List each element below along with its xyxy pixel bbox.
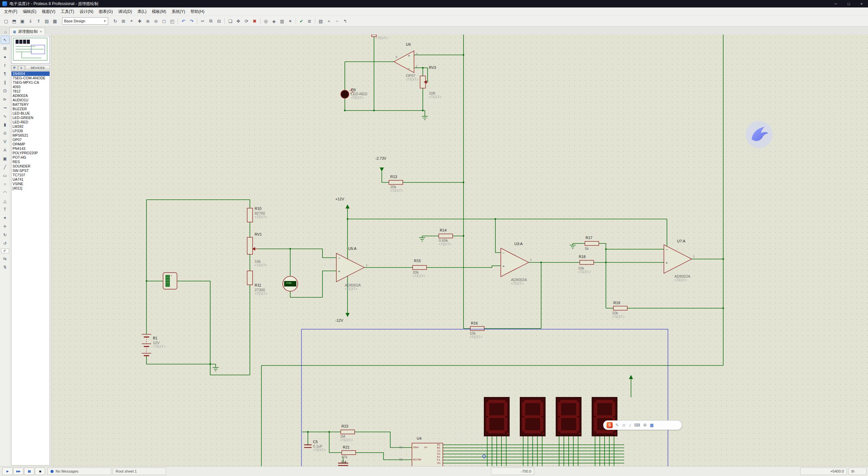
new-design-icon[interactable]: ▢ xyxy=(2,17,10,25)
virtual-instrument-mode-icon[interactable]: ▣ xyxy=(1,154,9,163)
device-item[interactable]: LED-GREEN xyxy=(12,116,50,120)
menu-item[interactable]: 库(L) xyxy=(135,8,149,16)
circle-2d-icon[interactable]: ○ xyxy=(1,180,9,188)
toolbar-separator[interactable] xyxy=(260,18,260,24)
menu-item[interactable]: 调试(D) xyxy=(116,8,135,16)
undo-icon[interactable]: ↶ xyxy=(179,17,188,25)
maximize-button[interactable]: □ xyxy=(842,0,855,7)
zoom-all-icon[interactable]: ◻ xyxy=(160,17,168,25)
close-button[interactable]: × xyxy=(855,0,868,7)
device-item[interactable]: AUDIO1U xyxy=(12,98,50,102)
device-item[interactable]: 7SEG-MPX1-CA xyxy=(12,80,50,85)
voltmeter[interactable] xyxy=(283,276,298,291)
grid-toggle-icon[interactable]: ⊞ xyxy=(119,17,127,25)
home-tab-icon[interactable]: ⌂ xyxy=(1,28,9,35)
sogou-logo-icon[interactable]: S xyxy=(607,422,613,428)
tape-recorder-mode-icon[interactable]: ▮ xyxy=(1,120,9,129)
message-area[interactable]: No Messages xyxy=(47,468,111,475)
device-item[interactable]: LED-RED xyxy=(12,120,50,124)
device-item[interactable]: SOUNDER xyxy=(12,164,50,168)
ground-symbol[interactable] xyxy=(419,236,425,241)
junction-dot-mode-icon[interactable]: ● xyxy=(1,53,9,61)
device-item[interactable]: AD8002A xyxy=(12,94,50,98)
paste-icon[interactable]: ⊟ xyxy=(215,17,223,25)
device-item[interactable]: 7SEG-COM-ANODE xyxy=(12,76,50,80)
tab-close-icon[interactable]: × xyxy=(40,29,42,34)
style-combo[interactable]: Base Design ▼ xyxy=(62,17,108,25)
seven-seg-display-1[interactable] xyxy=(484,397,509,436)
save-design-icon[interactable]: ▣ xyxy=(18,17,26,25)
text-script-mode-icon[interactable]: ¶ xyxy=(1,70,9,78)
tab-schematic-capture[interactable]: ▦ 原理图绘制 × xyxy=(9,27,45,35)
terminal-mode-icon[interactable]: ⊳ xyxy=(1,95,9,103)
ime-skin-icon[interactable]: ▦ xyxy=(650,423,653,428)
mark-output-area-icon[interactable]: ▦ xyxy=(51,17,59,25)
toolbar-separator[interactable] xyxy=(197,18,197,24)
menu-item[interactable]: 帮助(H) xyxy=(188,8,207,16)
capacitors[interactable] xyxy=(304,445,348,465)
block-move-icon[interactable]: ✥ xyxy=(234,17,242,25)
toolbar-separator[interactable] xyxy=(296,18,296,24)
selection-mode-icon[interactable]: ↖ xyxy=(1,36,9,44)
step-button[interactable]: ▶▶ xyxy=(13,468,23,475)
copy-icon[interactable]: ⧉ xyxy=(207,17,215,25)
device-item[interactable]: 7812 xyxy=(12,89,50,94)
marker-2d-icon[interactable]: ✛ xyxy=(1,222,9,231)
device-item[interactable]: POLYPRO220P xyxy=(12,151,50,155)
menu-item[interactable]: 模板(M) xyxy=(149,8,169,16)
wire-label-mode-icon[interactable]: ℓ xyxy=(1,61,9,70)
import-section-icon[interactable]: ⇓ xyxy=(26,17,35,25)
block-delete-icon[interactable]: ✖ xyxy=(251,17,259,25)
open-design-icon[interactable]: ⬒ xyxy=(10,17,18,25)
device-item[interactable]: LM392 xyxy=(12,124,50,129)
schematic-canvas[interactable]: −+ −+ −+ +− <TEXT>U9326OP07<TEXT>RV310K<… xyxy=(51,35,868,467)
device-item[interactable]: POT-HG xyxy=(12,155,50,160)
device-pin-mode-icon[interactable]: ⊸ xyxy=(1,103,9,112)
device-item[interactable]: OP07 xyxy=(12,138,50,142)
design-explorer-icon[interactable]: ▧ xyxy=(317,17,325,25)
zoom-out-icon[interactable]: ⊖ xyxy=(152,17,160,25)
bus-mode-icon[interactable]: ∥ xyxy=(1,78,9,86)
battery-b1[interactable] xyxy=(142,334,151,356)
line-2d-icon[interactable]: ╱ xyxy=(1,163,9,171)
device-item[interactable]: LED-BLUE xyxy=(12,111,50,116)
zoom-in-icon[interactable]: ⊕ xyxy=(144,17,152,25)
play-button[interactable]: ▶ xyxy=(2,468,13,475)
device-item[interactable]: RES xyxy=(12,160,50,164)
device-item[interactable]: 1N4004 xyxy=(12,72,50,76)
ime-keyboard-icon[interactable]: ⌨ xyxy=(634,423,640,428)
menu-item[interactable]: 系统(Y) xyxy=(169,8,188,16)
text-2d-icon[interactable]: T xyxy=(1,205,9,214)
device-item[interactable]: [4011] xyxy=(12,186,50,191)
device-item[interactable]: 4093 xyxy=(12,85,50,89)
generator-mode-icon[interactable]: ⊙ xyxy=(1,129,9,137)
ground-symbol[interactable] xyxy=(422,115,428,120)
make-device-icon[interactable]: ◈ xyxy=(270,17,278,25)
subcircuit-mode-icon[interactable]: ⊡ xyxy=(1,86,9,95)
remove-sheet-icon[interactable]: − xyxy=(333,17,341,25)
power-terminals[interactable] xyxy=(346,167,633,379)
box-2d-icon[interactable]: ▭ xyxy=(1,171,9,180)
arc-2d-icon[interactable]: ◠ xyxy=(1,188,9,197)
symbol-2d-icon[interactable]: ✦ xyxy=(1,214,9,222)
graph-mode-icon[interactable]: ∿ xyxy=(1,112,9,120)
pick-devices-button[interactable]: P xyxy=(11,65,18,71)
decompose-icon[interactable]: ✶ xyxy=(286,17,294,25)
rotate-cw-icon[interactable]: ↻ xyxy=(1,231,9,239)
netlist-icon[interactable]: ≣ xyxy=(305,17,314,25)
ime-handwriting-icon[interactable]: ✎ xyxy=(615,423,619,428)
rotate-ccw-icon[interactable]: ↺ xyxy=(1,239,9,247)
mirror-x-icon[interactable]: ⇆ xyxy=(1,254,9,263)
pick-parts-icon[interactable]: ◎ xyxy=(262,17,270,25)
component-mode-icon[interactable]: ⊞ xyxy=(1,44,9,53)
block-copy-icon[interactable]: ❏ xyxy=(226,17,234,25)
false-origin-icon[interactable]: ⌖ xyxy=(127,17,136,25)
toolbar-separator[interactable] xyxy=(224,18,225,24)
electrical-rule-check-icon[interactable]: ✔ xyxy=(297,17,305,25)
export-section-icon[interactable]: ⇑ xyxy=(35,17,43,25)
minimize-button[interactable]: ─ xyxy=(829,0,842,7)
ime-settings-icon[interactable]: ⚙ xyxy=(643,423,647,428)
device-item[interactable]: TC7107 xyxy=(12,173,50,177)
goto-parent-sheet-icon[interactable]: ↰ xyxy=(341,17,349,25)
menu-item[interactable]: 图表(G) xyxy=(96,8,115,16)
